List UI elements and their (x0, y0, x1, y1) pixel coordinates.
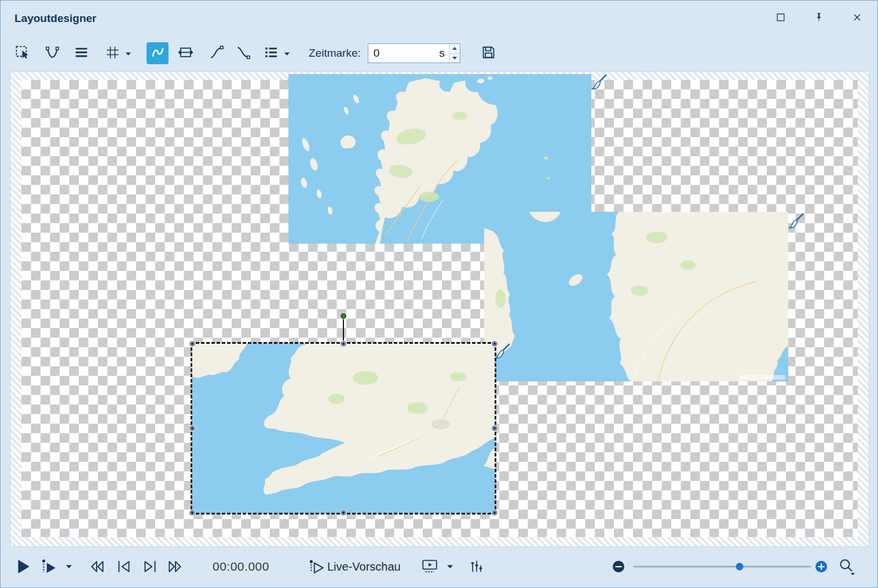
zoom-slider-track[interactable] (633, 566, 811, 568)
curve-nodes-icon (45, 45, 60, 63)
resize-handle-top-center[interactable] (341, 341, 346, 347)
zoom-select-icon (838, 557, 857, 576)
save-icon (481, 45, 496, 63)
live-preview-button[interactable] (308, 558, 325, 575)
transport-bar: 00:00.000 Live-Vorschau (1, 546, 877, 587)
ease-out-icon (236, 45, 251, 63)
layoutdesigner-window: Layoutdesigner (0, 0, 878, 588)
resize-handle-bottom-center[interactable] (341, 510, 346, 516)
zoom-in-button[interactable] (815, 560, 828, 573)
resize-handle-bottom-left[interactable] (189, 510, 195, 516)
toolbar: Zeitmarke: s (1, 36, 877, 70)
ease-out-button[interactable] (232, 42, 254, 64)
screen-caret-icon (447, 564, 453, 569)
transform-frame-button[interactable] (174, 42, 196, 64)
object-list-icon (264, 45, 279, 63)
pin-icon (813, 12, 825, 25)
pin-button[interactable] (813, 12, 825, 25)
skip-end-button[interactable] (166, 558, 184, 575)
step-forward-icon (141, 558, 159, 575)
object-list-caret[interactable] (282, 42, 291, 64)
adjust-bars-button[interactable] (469, 558, 485, 575)
live-preview-label[interactable]: Live-Vorschau (327, 560, 401, 574)
map-image-northern-england[interactable] (484, 212, 788, 381)
save-timemark-button[interactable] (478, 42, 500, 64)
screen-preview-button[interactable] (421, 558, 438, 575)
close-button[interactable] (851, 12, 864, 25)
skip-start-icon (89, 558, 106, 575)
resize-handle-bottom-right[interactable] (492, 510, 497, 516)
brush-icon[interactable] (493, 343, 511, 360)
step-back-button[interactable] (115, 558, 133, 575)
grid-icon (105, 45, 120, 63)
rotation-stem (343, 316, 344, 344)
brush-icon[interactable] (590, 74, 608, 91)
zoom-slider-thumb[interactable] (736, 563, 744, 571)
close-icon (851, 12, 863, 25)
play-icon (14, 558, 32, 575)
zoom-out-icon (612, 560, 625, 573)
titlebar-buttons (774, 12, 864, 25)
adjust-bars-icon (469, 558, 485, 575)
stack-icon (74, 45, 89, 63)
ease-in-button[interactable] (206, 42, 228, 64)
zoom-out-button[interactable] (612, 560, 625, 573)
grid-button[interactable] (101, 42, 123, 64)
zeitmarke-unit: s (439, 47, 445, 60)
zeitmarke-input[interactable] (368, 47, 437, 60)
resize-handle-top-left[interactable] (189, 341, 195, 347)
titlebar: Layoutdesigner (1, 1, 877, 36)
zoom-select-button[interactable] (838, 557, 857, 576)
play-options-caret-icon (65, 564, 72, 569)
ease-in-icon (209, 45, 225, 63)
window-title: Layoutdesigner (14, 12, 96, 25)
resize-handle-middle-left[interactable] (189, 425, 195, 431)
skip-start-button[interactable] (89, 558, 106, 575)
spinner-down-button[interactable] (449, 53, 460, 63)
zeitmarke-field: s (368, 43, 460, 63)
resize-handle-middle-right[interactable] (492, 425, 497, 431)
maximize-icon (775, 12, 786, 25)
list-caret-icon (284, 48, 290, 58)
transform-frame-icon (178, 45, 193, 63)
select-tool-button[interactable] (11, 42, 33, 64)
brush-icon[interactable] (787, 212, 804, 230)
smooth-curve-button[interactable] (147, 42, 169, 64)
grid-options-caret[interactable] (123, 42, 133, 64)
play-options-caret[interactable] (65, 564, 72, 569)
step-back-icon (115, 558, 133, 575)
curve-nodes-button[interactable] (41, 42, 63, 64)
rotation-handle[interactable] (341, 313, 346, 319)
zeitmarke-spinner (449, 44, 460, 63)
screen-preview-caret[interactable] (447, 564, 453, 569)
selection-frame[interactable] (191, 342, 496, 514)
zoom-in-icon (815, 560, 828, 573)
play-from-marker-icon (40, 558, 57, 575)
select-tool-icon (14, 45, 30, 63)
play-button[interactable] (14, 558, 32, 575)
time-display: 00:00.000 (213, 560, 269, 574)
play-from-marker-button[interactable] (40, 558, 57, 575)
object-list-button[interactable] (260, 42, 282, 64)
grid-caret-icon (125, 48, 131, 58)
zeitmarke-label: Zeitmarke: (309, 47, 361, 60)
stack-button[interactable] (70, 42, 92, 64)
spinner-up-button[interactable] (449, 44, 460, 53)
maximize-button[interactable] (774, 12, 787, 25)
live-preview-icon (308, 558, 325, 575)
screen-preview-icon (421, 558, 438, 575)
skip-end-icon (166, 558, 184, 575)
smooth-curve-icon (150, 45, 166, 63)
step-forward-button[interactable] (141, 558, 159, 575)
